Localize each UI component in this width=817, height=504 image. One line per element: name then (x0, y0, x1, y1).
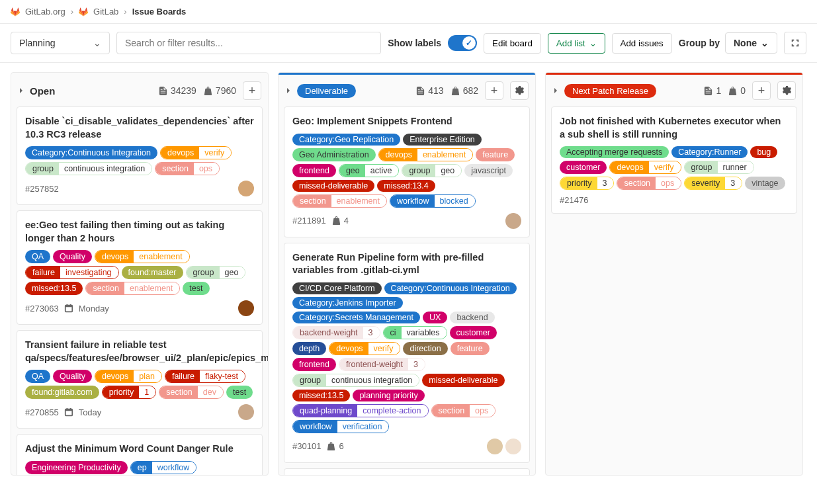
board-selector[interactable]: Planning ⌄ (11, 32, 110, 54)
breadcrumb-project[interactable]: GitLab (93, 7, 118, 17)
label[interactable]: bug (750, 146, 777, 158)
issue-card[interactable]: ee:Geo test failing then timing out as t… (17, 210, 263, 325)
label[interactable]: feature (451, 342, 490, 355)
issue-card[interactable]: Generate Run Pipeline form with pre-fill… (284, 243, 530, 463)
scoped-label[interactable]: groupgeo (402, 164, 462, 177)
list-body[interactable]: Job not finished with Kubernetes executo… (546, 106, 802, 475)
label[interactable]: test (183, 282, 209, 295)
scoped-label[interactable]: sectionops (617, 177, 681, 190)
avatar[interactable] (238, 181, 254, 196)
scoped-label[interactable]: priority3 (560, 177, 614, 190)
label[interactable]: Category:Continuous Integration (384, 282, 517, 294)
chevron-right-icon[interactable] (18, 87, 24, 94)
list-body[interactable]: Geo: Implement Snippets Frontend Categor… (279, 106, 535, 475)
scoped-label[interactable]: epworkflow (130, 461, 197, 474)
list-title[interactable]: Next Patch Release (564, 84, 656, 98)
scoped-label[interactable]: groupcontinuous integration (292, 374, 419, 387)
scoped-label[interactable]: frontend-weight3 (339, 358, 425, 371)
scoped-label[interactable]: failureflaky-test (165, 370, 245, 383)
list-title[interactable]: Deliverable (297, 84, 356, 98)
label[interactable]: found:gitlab.com (25, 386, 99, 399)
label[interactable]: missed:13.5 (292, 390, 350, 401)
scoped-label[interactable]: devopsverify (329, 342, 400, 355)
label[interactable]: frontend (292, 164, 336, 177)
focus-mode-button[interactable] (784, 32, 806, 54)
scoped-label[interactable]: workflowblocked (390, 194, 476, 208)
issue-card[interactable]: Job not finished with Kubernetes executo… (551, 106, 797, 214)
label[interactable]: javascript (464, 164, 513, 177)
scoped-label[interactable]: workflowverification (292, 420, 389, 433)
add-issues-button[interactable]: Add issues (612, 33, 672, 54)
label[interactable]: feature (476, 148, 515, 161)
scoped-label[interactable]: sectionops (155, 162, 220, 175)
scoped-label[interactable]: sectionenablement (85, 282, 180, 295)
label[interactable]: Geo Administration (292, 148, 376, 161)
avatar[interactable] (505, 213, 521, 229)
scoped-label[interactable]: groupgeo (186, 266, 246, 279)
label[interactable]: Category:Secrets Management (292, 312, 420, 323)
avatar[interactable] (505, 439, 521, 454)
avatar[interactable] (487, 439, 503, 454)
search-input[interactable] (125, 38, 372, 48)
scoped-label[interactable]: devopsplan (95, 370, 162, 383)
label[interactable]: CI/CD Core Platform (292, 282, 382, 294)
label[interactable]: vintage (745, 177, 785, 190)
show-labels-toggle[interactable]: ✓ (448, 35, 477, 51)
label[interactable]: Quality (53, 370, 92, 383)
label[interactable]: test (226, 386, 253, 399)
chevron-right-icon[interactable] (552, 87, 559, 94)
label[interactable]: Quality (53, 250, 92, 263)
label[interactable]: customer (450, 326, 497, 339)
label[interactable]: found:master (122, 266, 183, 279)
scoped-label[interactable]: civariables (383, 326, 447, 339)
issue-card[interactable]: Slack channel should show helpful text w… (284, 468, 530, 475)
scoped-label[interactable]: grouprunner (684, 161, 754, 174)
add-issue-button[interactable]: + (752, 81, 771, 100)
breadcrumb-group[interactable]: GitLab.org (25, 7, 65, 17)
label[interactable]: Accepting merge requests (560, 146, 669, 158)
scoped-label[interactable]: devopsverify (160, 146, 232, 159)
label[interactable]: direction (403, 342, 447, 355)
scoped-label[interactable]: sectionenablement (292, 194, 387, 208)
add-list-button[interactable]: Add list ⌄ (548, 33, 605, 54)
label[interactable]: frontend (292, 358, 336, 371)
scoped-label[interactable]: devopsenablement (95, 250, 190, 263)
scoped-label[interactable]: sectionops (431, 404, 496, 417)
list-settings-button[interactable] (510, 81, 529, 100)
label[interactable]: depth (292, 342, 326, 355)
avatar[interactable] (238, 300, 254, 316)
scoped-label[interactable]: geoactive (339, 164, 400, 177)
edit-board-button[interactable]: Edit board (484, 33, 541, 54)
label[interactable]: missed:13.5 (25, 282, 83, 295)
scoped-label[interactable]: severity3 (684, 177, 742, 190)
label[interactable]: backend (450, 312, 494, 323)
label[interactable]: Enterprise Edition (403, 134, 482, 146)
label[interactable]: QA (25, 250, 50, 263)
scoped-label[interactable]: sectiondev (159, 386, 224, 399)
group-by-selector[interactable]: None ⌄ (725, 32, 777, 54)
list-settings-button[interactable] (777, 81, 796, 100)
scoped-label[interactable]: failureinvestigating (25, 266, 119, 279)
label[interactable]: Category:Continuous Integration (25, 146, 157, 159)
label[interactable]: customer (560, 161, 607, 174)
add-issue-button[interactable]: + (243, 81, 261, 100)
scoped-label[interactable]: backend-weight3 (292, 326, 380, 339)
label[interactable]: QA (25, 370, 50, 383)
issue-card[interactable]: Disable `ci_disable_validates_dependenci… (17, 106, 263, 205)
label[interactable]: missed-deliverable (422, 374, 504, 387)
label[interactable]: missed-deliverable (292, 180, 374, 192)
scoped-label[interactable]: devopsverify (609, 161, 681, 174)
label[interactable]: UX (423, 312, 447, 323)
avatar[interactable] (238, 404, 254, 420)
issue-card[interactable]: Geo: Implement Snippets Frontend Categor… (284, 106, 530, 237)
label[interactable]: Category:Runner (671, 146, 748, 158)
chevron-right-icon[interactable] (285, 87, 292, 94)
label[interactable]: planning priority (353, 390, 424, 401)
scoped-label[interactable]: devopsenablement (378, 148, 474, 161)
label[interactable]: Category:Geo Replication (292, 134, 400, 146)
scoped-label[interactable]: quad-planningcomplete-action (292, 404, 429, 417)
label[interactable]: Category:Jenkins Importer (292, 297, 403, 309)
issue-card[interactable]: Transient failure in reliable test qa/sp… (17, 330, 263, 429)
list-body[interactable]: Disable `ci_disable_validates_dependenci… (11, 106, 268, 475)
label[interactable]: missed:13.4 (377, 180, 435, 192)
